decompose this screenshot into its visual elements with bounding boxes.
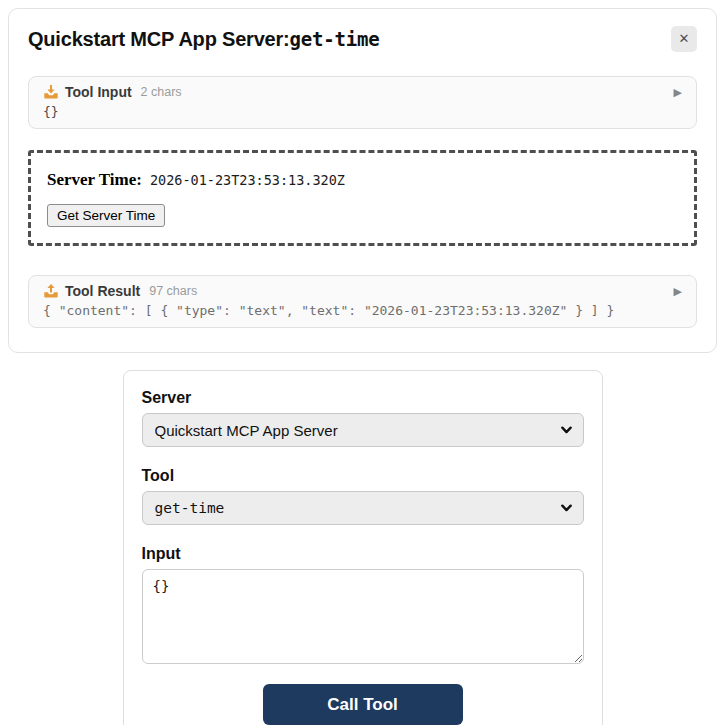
embedded-app-view: Server Time: 2026-01-23T23:53:13.320Z Ge… <box>28 150 697 246</box>
call-tool-button[interactable]: Call Tool <box>263 684 463 725</box>
card-header: Quickstart MCP App Server:get-time ✕ <box>28 26 697 52</box>
tray-arrow-down-icon <box>43 84 59 100</box>
tool-select[interactable]: get-time <box>142 491 584 525</box>
close-button[interactable]: ✕ <box>671 26 697 52</box>
tool-result-label: Tool Result <box>65 283 140 299</box>
tool-input-label: Tool Input <box>65 84 132 100</box>
tool-result-content: { "content": [ { "type": "text", "text":… <box>43 303 682 318</box>
form-actions: Call Tool <box>142 684 584 725</box>
server-field: Server Quickstart MCP App Server <box>142 389 584 447</box>
page-title-server: Quickstart MCP App Server: <box>28 28 290 50</box>
tray-arrow-up-icon <box>43 283 59 299</box>
input-textarea[interactable]: {} <box>142 569 584 664</box>
tool-label: Tool <box>142 467 584 485</box>
page-title: Quickstart MCP App Server:get-time <box>28 26 379 51</box>
tool-call-card: Quickstart MCP App Server:get-time ✕ Too… <box>8 8 717 353</box>
tool-form-card: Server Quickstart MCP App Server Tool ge… <box>123 370 603 725</box>
input-field: Input {} <box>142 545 584 668</box>
input-label: Input <box>142 545 584 563</box>
get-server-time-button[interactable]: Get Server Time <box>47 204 165 227</box>
page: Quickstart MCP App Server:get-time ✕ Too… <box>0 8 725 725</box>
close-icon: ✕ <box>679 31 690 46</box>
tool-result-panel: Tool Result 97 chars ▶ { "content": [ { … <box>28 275 697 328</box>
server-label: Server <box>142 389 584 407</box>
server-time-line: Server Time: 2026-01-23T23:53:13.320Z <box>47 170 678 190</box>
server-time-label: Server Time: <box>47 170 142 190</box>
tool-result-header[interactable]: Tool Result 97 chars ▶ <box>43 283 682 299</box>
tool-input-header[interactable]: Tool Input 2 chars ▶ <box>43 84 682 100</box>
page-title-tool: get-time <box>290 28 380 50</box>
tool-input-content: {} <box>43 104 682 119</box>
expand-arrow-icon[interactable]: ▶ <box>674 87 682 98</box>
expand-arrow-icon[interactable]: ▶ <box>674 286 682 297</box>
server-time-value: 2026-01-23T23:53:13.320Z <box>150 172 345 188</box>
server-select[interactable]: Quickstart MCP App Server <box>142 413 584 447</box>
tool-input-chars: 2 chars <box>141 85 182 99</box>
tool-field: Tool get-time <box>142 467 584 525</box>
tool-input-panel: Tool Input 2 chars ▶ {} <box>28 76 697 129</box>
tool-result-chars: 97 chars <box>149 284 197 298</box>
